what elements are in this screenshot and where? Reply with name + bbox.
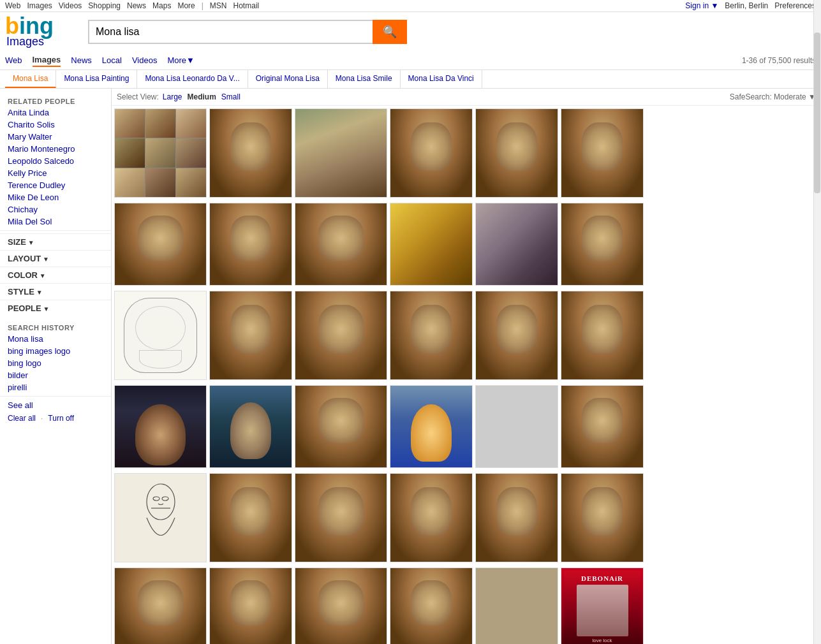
nav-news[interactable]: News [127,1,146,10]
image-classic-5[interactable] [561,108,644,198]
breadcrumb-leonardo[interactable]: Mona Lisa Leonardo Da V... [137,70,248,88]
image-yellow-mona[interactable] [390,203,473,286]
person-chichay[interactable]: Chichay [0,203,111,216]
secnav-videos[interactable]: Videos [132,54,158,66]
image-classic-6[interactable] [114,203,207,286]
svg-point-2 [153,497,159,501]
preferences-link[interactable]: Preferences [774,1,816,10]
image-grid: DEBONAiR love lock [112,106,821,644]
person-mario-montenegro[interactable]: Mario Montenegro [0,143,111,155]
content-area: Select View: Large Medium Small SafeSear… [112,89,821,644]
filter-style[interactable]: STYLE [0,283,111,300]
history-pirelli[interactable]: pirelli [0,381,111,393]
nav-more[interactable]: More [177,1,195,10]
image-classic-21[interactable] [561,473,644,562]
image-classic-18[interactable] [295,473,387,562]
image-simpson[interactable] [475,567,558,644]
image-spoof-mona[interactable] [475,203,558,286]
view-small[interactable]: Small [220,92,242,101]
grid-row-3 [114,291,818,380]
image-classic-11[interactable] [295,291,387,380]
history-bing-images-logo[interactable]: bing images logo [0,345,111,357]
image-classic-4[interactable] [475,108,558,198]
person-charito-solis[interactable]: Charito Solis [0,119,111,131]
nav-msn[interactable]: MSN [210,1,227,10]
image-classic-9[interactable] [561,203,644,286]
filter-size[interactable]: SIZE [0,233,111,250]
breadcrumb-tabs: Mona Lisa Mona Lisa Painting Mona Lisa L… [0,70,821,89]
clear-all-link[interactable]: Clear all [8,414,36,423]
filter-people[interactable]: PEOPLE [0,300,111,316]
image-classic-25[interactable] [390,567,473,644]
image-modern-woman[interactable] [114,385,207,468]
person-anita-linda[interactable]: Anita Linda [0,106,111,119]
image-classic-24[interactable] [295,567,387,644]
related-people-title: RELATED PEOPLE [0,94,111,106]
image-classic-8[interactable] [295,203,387,286]
safe-search-selector[interactable]: SafeSearch: Moderate ▼ [730,92,816,101]
image-classic-1[interactable] [209,108,292,198]
image-classic-19[interactable] [390,473,473,562]
breadcrumb-mona-lisa[interactable]: Mona Lisa [5,70,56,88]
person-terence-dudley[interactable]: Terence Dudley [0,179,111,191]
sign-in-button[interactable]: Sign in ▼ [685,1,718,10]
person-mike-de-leon[interactable]: Mike De Leon [0,191,111,203]
search-input[interactable] [88,20,373,44]
grid-row-4 [114,385,818,468]
nav-maps[interactable]: Maps [152,1,171,10]
image-classic-17[interactable] [209,473,292,562]
nav-hotmail[interactable]: Hotmail [233,1,260,10]
person-mary-walter[interactable]: Mary Walter [0,131,111,143]
secnav-more[interactable]: More▼ [167,54,195,66]
nav-images[interactable]: Images [27,1,52,10]
bing-logo: bing [5,15,82,38]
history-mona-lisa[interactable]: Mona lisa [0,333,111,345]
breadcrumb-smile[interactable]: Mona Lisa Smile [328,70,401,88]
secnav-web[interactable]: Web [5,54,22,66]
nav-shopping[interactable]: Shopping [88,1,121,10]
secnav-local[interactable]: Local [102,54,122,66]
image-classic-2[interactable] [295,108,387,198]
scrollbar-thumb[interactable] [814,33,820,194]
history-bilder[interactable]: bilder [0,369,111,381]
person-leopoldo-salcedo[interactable]: Leopoldo Salcedo [0,155,111,167]
secondary-navigation: Web Images News Local Videos More▼ 1-36 … [0,51,821,70]
image-classic-3[interactable] [390,108,473,198]
filter-layout[interactable]: LAYOUT [0,250,111,267]
image-classic-13[interactable] [475,291,558,380]
secnav-images[interactable]: Images [33,54,61,67]
turn-off-link[interactable]: Turn off [48,414,74,423]
image-classic-23[interactable] [209,567,292,644]
image-classic-15[interactable] [295,385,387,468]
image-classic-16[interactable] [561,385,644,468]
image-classic-12[interactable] [390,291,473,380]
image-classic-22[interactable] [114,567,207,644]
image-classic-20[interactable] [475,473,558,562]
scrollbar-track[interactable] [813,0,821,644]
breadcrumb-da-vinci[interactable]: Mona Lisa Da Vinci [401,70,482,88]
see-all-link[interactable]: See all [0,399,111,411]
breadcrumb-painting[interactable]: Mona Lisa Painting [56,70,137,88]
view-large[interactable]: Large [161,92,184,101]
image-outline[interactable] [114,473,207,562]
magazine-title: DEBONAiR [581,574,623,582]
secnav-news[interactable]: News [71,54,92,66]
image-sketch[interactable] [114,291,207,380]
person-mila-del-sol[interactable]: Mila Del Sol [0,216,111,228]
image-dual[interactable] [475,385,558,468]
breadcrumb-original[interactable]: Original Mona Lisa [248,70,328,88]
search-button[interactable]: 🔍 [373,20,407,44]
image-blue-mona[interactable] [209,385,292,468]
image-classic-7[interactable] [209,203,292,286]
image-cartoon-mona[interactable] [390,385,473,468]
view-medium[interactable]: Medium [186,92,218,101]
image-debonair-magazine[interactable]: DEBONAiR love lock [561,567,644,644]
person-kelly-price[interactable]: Kelly Price [0,167,111,179]
history-bing-logo[interactable]: bing logo [0,357,111,369]
image-classic-10[interactable] [209,291,292,380]
nav-videos[interactable]: Videos [59,1,82,10]
nav-web[interactable]: Web [5,1,20,10]
image-classic-14[interactable] [561,291,644,380]
image-mosaic[interactable] [114,108,207,198]
filter-color[interactable]: COLOR [0,267,111,283]
